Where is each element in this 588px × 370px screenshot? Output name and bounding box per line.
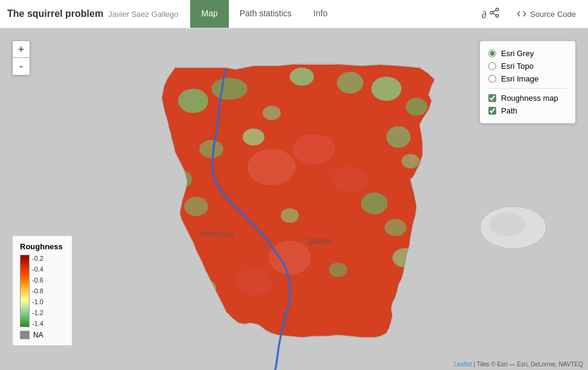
attribution: Leaflet | Tiles © Esri — Esri, DeLorme, … — [454, 361, 583, 368]
nav-tabs: Map Path statistics Info — [190, 0, 338, 28]
svg-point-21 — [361, 193, 388, 214]
svg-point-22 — [385, 219, 406, 236]
share-icon — [489, 7, 500, 18]
header-right: ∂ Source Code — [477, 5, 581, 23]
svg-point-0 — [496, 8, 499, 11]
layer-esri-grey[interactable]: Esri Grey — [488, 47, 567, 60]
legend-label-3: -0.6 — [32, 276, 43, 284]
layer-roughness-map[interactable]: Roughness map — [488, 92, 567, 104]
tab-map[interactable]: Map — [190, 0, 228, 28]
legend-labels: -0.2 -0.4 -0.6 -0.8 -1.0 -1.2 -1.4 — [32, 255, 43, 327]
svg-point-14 — [199, 140, 223, 158]
svg-point-13 — [263, 106, 281, 120]
legend-label-2: -0.4 — [32, 266, 43, 273]
legend-na-label: NA — [33, 331, 43, 339]
layer-esri-topo-label: Esri Topo — [501, 62, 534, 71]
svg-point-10 — [337, 72, 363, 94]
app-author: Javier Saez Gallego — [108, 10, 178, 19]
code-icon — [517, 9, 526, 19]
legend-na-box — [20, 331, 30, 339]
tab-path-statistics[interactable]: Path statistics — [229, 0, 302, 28]
svg-point-31 — [235, 269, 272, 295]
legend: Roughness -0.2 -0.4 -0.6 -0.8 -1.0 -1.2 … — [12, 235, 72, 346]
svg-point-2 — [496, 14, 499, 18]
zoom-controls: + - — [12, 40, 30, 75]
zoom-in-button[interactable]: + — [13, 41, 30, 58]
legend-label-6: -1.2 — [32, 309, 43, 316]
layer-esri-image-radio[interactable] — [488, 75, 496, 83]
layer-roughness-map-label: Roughness map — [501, 94, 558, 103]
layer-esri-grey-label: Esri Grey — [501, 49, 534, 58]
svg-point-17 — [401, 154, 420, 168]
tiles-attribution: | Tiles © Esri — Esri, DeLorme, NAVTEQ — [474, 361, 583, 368]
map-container[interactable]: PORTUGAL SPAIN + - Roughness -0.2 -0.4 -… — [0, 28, 588, 370]
svg-line-4 — [493, 10, 496, 12]
layer-path-checkbox[interactable] — [488, 107, 496, 115]
layer-esri-topo[interactable]: Esri Topo — [488, 60, 567, 72]
legend-color-bar — [20, 255, 30, 327]
svg-point-27 — [248, 149, 296, 185]
layer-control: Esri Grey Esri Topo Esri Image Roughness… — [479, 40, 576, 124]
svg-point-30 — [269, 241, 311, 275]
leaflet-link[interactable]: Leaflet — [454, 361, 472, 368]
svg-point-29 — [332, 166, 368, 193]
svg-point-7 — [178, 89, 208, 113]
legend-na-row: NA — [20, 331, 65, 339]
legend-label-7: -1.4 — [32, 320, 43, 327]
svg-point-12 — [406, 98, 427, 116]
svg-point-28 — [293, 134, 335, 164]
app-title: The squirrel problem — [7, 8, 103, 19]
layer-path[interactable]: Path — [488, 104, 567, 117]
legend-scale: -0.2 -0.4 -0.6 -0.8 -1.0 -1.2 -1.4 — [20, 255, 65, 327]
svg-point-20 — [281, 208, 299, 223]
layer-separator — [488, 88, 567, 89]
layer-esri-image[interactable]: Esri Image — [488, 72, 567, 85]
svg-point-15 — [243, 129, 264, 145]
zoom-out-button[interactable]: - — [13, 58, 30, 75]
layer-esri-grey-radio[interactable] — [488, 49, 496, 57]
source-code-label: Source Code — [530, 10, 576, 19]
tab-info[interactable]: Info — [302, 0, 338, 28]
legend-title: Roughness — [20, 242, 65, 251]
svg-line-3 — [493, 13, 496, 15]
layer-path-label: Path — [501, 106, 517, 115]
source-code-button[interactable]: Source Code — [512, 7, 581, 21]
svg-text:SPAIN: SPAIN — [308, 237, 331, 246]
svg-text:PORTUGAL: PORTUGAL — [199, 231, 235, 238]
layer-esri-image-label: Esri Image — [501, 74, 538, 83]
legend-label-4: -0.8 — [32, 287, 43, 295]
svg-point-16 — [386, 126, 411, 148]
svg-point-1 — [490, 11, 493, 14]
legend-label-1: -0.2 — [32, 255, 43, 262]
svg-point-33 — [489, 212, 525, 237]
layer-roughness-map-checkbox[interactable] — [488, 94, 496, 102]
share-button[interactable]: ∂ — [477, 5, 505, 23]
legend-label-5: -1.0 — [32, 298, 43, 305]
svg-point-11 — [371, 77, 401, 101]
layer-esri-topo-radio[interactable] — [488, 62, 496, 70]
app-header: The squirrel problem Javier Saez Gallego… — [0, 0, 588, 28]
svg-point-19 — [184, 197, 208, 216]
svg-point-8 — [211, 78, 248, 100]
svg-point-24 — [329, 263, 347, 277]
svg-point-9 — [290, 68, 314, 86]
